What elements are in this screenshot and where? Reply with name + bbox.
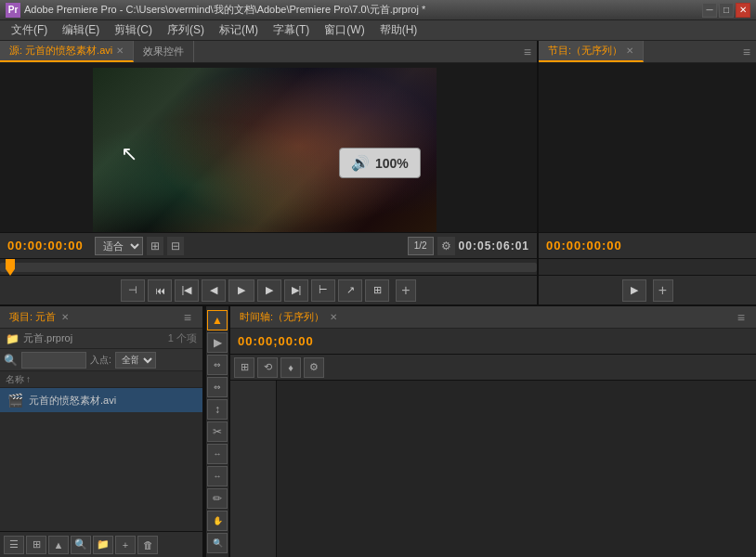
program-tab[interactable]: 节目:（无序列） ✕ bbox=[539, 41, 644, 62]
menu-clip[interactable]: 剪辑(C) bbox=[107, 20, 160, 40]
timeline-panel-menu[interactable]: ≡ bbox=[732, 310, 750, 325]
program-panel-menu[interactable]: ≡ bbox=[737, 41, 756, 62]
fit-dropdown[interactable]: 适合 bbox=[95, 237, 143, 255]
item-label: 元首的愤怒素材.avi bbox=[29, 394, 116, 408]
play-btn[interactable]: ▶ bbox=[228, 279, 254, 302]
prog-add-btn[interactable]: + bbox=[653, 279, 673, 302]
menu-window[interactable]: 窗口(W) bbox=[317, 20, 371, 40]
menu-title[interactable]: 字幕(T) bbox=[266, 20, 317, 40]
menu-marker[interactable]: 标记(M) bbox=[212, 20, 266, 40]
prog-play-btn[interactable]: ▶ bbox=[622, 279, 646, 302]
prev-frame-btn[interactable]: ◀ bbox=[202, 279, 226, 302]
timeline-timecode[interactable]: 00:00;00:00 bbox=[238, 334, 314, 348]
source-panel-menu[interactable]: ≡ bbox=[518, 41, 537, 62]
inpoint-dropdown[interactable]: 全部 bbox=[115, 352, 156, 369]
menu-file[interactable]: 文件(F) bbox=[4, 20, 55, 40]
source-panel: 源: 元首的愤怒素材.avi ✕ 效果控件 ≡ ↖ 🔊 bbox=[0, 41, 539, 304]
scrubber-playhead[interactable] bbox=[6, 259, 15, 276]
tl-settings-btn[interactable]: ⚙ bbox=[304, 357, 324, 378]
razor-tool[interactable]: ✂ bbox=[207, 421, 228, 442]
volume-popup: 🔊 100% bbox=[339, 148, 421, 178]
program-timecode[interactable]: 00:00:00:00 bbox=[546, 239, 630, 253]
timeline-tab[interactable]: 时间轴:（无序列） bbox=[236, 310, 328, 324]
project-footer: ☰ ⊞ ▲ 🔍 📁 + 🗑 bbox=[0, 531, 202, 557]
step-back-btn[interactable]: |◀ bbox=[175, 279, 199, 302]
timeline-tab-close[interactable]: ✕ bbox=[330, 312, 337, 322]
ripple-edit-tool[interactable]: ⇔ bbox=[207, 355, 228, 375]
project-new-item-btn[interactable]: + bbox=[115, 536, 136, 554]
program-scrubber[interactable] bbox=[539, 258, 756, 275]
add-track-btn[interactable]: + bbox=[396, 279, 416, 302]
name-column-header[interactable]: 名称 ↑ bbox=[6, 373, 31, 386]
menu-help[interactable]: 帮助(H) bbox=[372, 20, 425, 40]
source-tab-close[interactable]: ✕ bbox=[116, 45, 124, 56]
menu-edit[interactable]: 编辑(E) bbox=[55, 20, 107, 40]
project-new-bin-btn[interactable]: 📁 bbox=[93, 536, 113, 554]
step-to-out-btn[interactable]: ▶| bbox=[284, 279, 308, 302]
slide-tool[interactable]: ↔ bbox=[207, 466, 228, 486]
source-controls: 00:00:00:00 适合 ⊞ ⊟ 1/2 ⚙ 00:05:06:01 bbox=[0, 232, 537, 258]
top-row: 源: 元首的愤怒素材.avi ✕ 效果控件 ≡ ↖ 🔊 bbox=[0, 41, 756, 306]
timeline-tabbar: 时间轴:（无序列） ✕ ≡ bbox=[230, 306, 756, 329]
search-input[interactable] bbox=[21, 352, 86, 369]
rolling-edit-tool[interactable]: ⇔ bbox=[207, 377, 228, 397]
tl-add-marker-btn[interactable]: ♦ bbox=[280, 357, 301, 378]
bottom-row: 项目: 元首 ✕ ≡ 📁 元首.prproj 1 个项 🔍 入点: 全部 bbox=[0, 306, 756, 557]
menubar: 文件(F) 编辑(E) 剪辑(C) 序列(S) 标记(M) 字幕(T) 窗口(W… bbox=[0, 20, 756, 41]
maximize-button[interactable]: □ bbox=[719, 3, 734, 18]
timeline-panel: 时间轴:（无序列） ✕ ≡ 00:00;00:00 ⊞ ⟲ ♦ ⚙ bbox=[230, 306, 756, 557]
program-tabbar: 节目:（无序列） ✕ ≡ bbox=[539, 41, 756, 63]
main-layout: 源: 元首的愤怒素材.avi ✕ 效果控件 ≡ ↖ 🔊 bbox=[0, 41, 756, 557]
source-tab-footage[interactable]: 源: 元首的愤怒素材.avi ✕ bbox=[0, 41, 134, 62]
menu-sequence[interactable]: 序列(S) bbox=[160, 20, 212, 40]
source-tab-effects[interactable]: 效果控件 bbox=[134, 41, 194, 62]
timeline-track-area[interactable] bbox=[277, 381, 756, 557]
project-list-view-btn[interactable]: ☰ bbox=[4, 536, 24, 554]
project-panel-menu[interactable]: ≡ bbox=[178, 310, 197, 325]
zoom-tool[interactable]: 🔍 bbox=[207, 533, 228, 553]
export-btn[interactable]: ↗ bbox=[338, 279, 362, 302]
close-button[interactable]: ✕ bbox=[736, 3, 750, 18]
project-find-btn[interactable]: 🔍 bbox=[71, 536, 91, 554]
selection-tool[interactable]: ▲ bbox=[207, 310, 228, 330]
hand-tool[interactable]: ✋ bbox=[207, 511, 228, 531]
tl-link-btn[interactable]: ⟲ bbox=[257, 357, 278, 378]
program-video-area bbox=[539, 63, 756, 232]
project-tabbar: 项目: 元首 ✕ ≡ bbox=[0, 306, 202, 329]
markers-btn[interactable]: ⊞ bbox=[147, 237, 163, 255]
volume-value: 100% bbox=[375, 156, 409, 171]
project-header: 📁 元首.prproj 1 个项 bbox=[0, 329, 202, 349]
timeline-track-headers bbox=[230, 381, 277, 557]
out-point-btn[interactable]: ⊢ bbox=[311, 279, 335, 302]
safe-margins-btn[interactable]: ⊟ bbox=[167, 237, 184, 255]
slip-tool[interactable]: ↔ bbox=[207, 444, 228, 464]
track-select-tool[interactable]: ▶ bbox=[207, 332, 228, 353]
program-tab-close[interactable]: ✕ bbox=[626, 45, 633, 56]
project-auto-btn[interactable]: ▲ bbox=[48, 536, 69, 554]
project-delete-btn[interactable]: 🗑 bbox=[137, 536, 158, 554]
scrubber-track bbox=[0, 263, 537, 272]
inpoint-label: 入点: bbox=[90, 354, 111, 367]
project-tab[interactable]: 项目: 元首 bbox=[6, 310, 59, 324]
settings-btn[interactable]: ⚙ bbox=[437, 237, 455, 255]
source-scrubber[interactable] bbox=[0, 258, 537, 275]
step-to-in-btn[interactable]: ⏮ bbox=[148, 279, 172, 302]
tl-snap-btn[interactable]: ⊞ bbox=[234, 357, 254, 378]
project-icon-view-btn[interactable]: ⊞ bbox=[26, 536, 46, 554]
pen-tool[interactable]: ✏ bbox=[207, 488, 228, 509]
search-icon: 🔍 bbox=[4, 354, 18, 367]
list-item[interactable]: 🎬 元首的愤怒素材.avi bbox=[0, 388, 202, 412]
project-tab-close[interactable]: ✕ bbox=[61, 312, 69, 322]
item-count: 1 个项 bbox=[168, 331, 197, 345]
next-frame-btn[interactable]: ▶ bbox=[257, 279, 281, 302]
timeline-header: 00:00;00:00 bbox=[230, 329, 756, 355]
source-playback-controls: ⊣ ⏮ |◀ ◀ ▶ ▶ ▶| ⊢ ↗ ⊞ + bbox=[0, 275, 537, 304]
overwrite-btn[interactable]: ⊞ bbox=[365, 279, 389, 302]
source-timecode[interactable]: 00:00:00:00 bbox=[7, 239, 91, 253]
tools-panel: ▲ ▶ ⇔ ⇔ ↕ ✂ ↔ ↔ ✏ ✋ 🔍 bbox=[204, 306, 230, 557]
volume-icon: 🔊 bbox=[351, 154, 370, 172]
in-point-btn[interactable]: ⊣ bbox=[121, 279, 145, 302]
project-search-bar: 🔍 入点: 全部 bbox=[0, 349, 202, 371]
minimize-button[interactable]: ─ bbox=[702, 3, 717, 18]
rate-stretch-tool[interactable]: ↕ bbox=[207, 399, 228, 420]
